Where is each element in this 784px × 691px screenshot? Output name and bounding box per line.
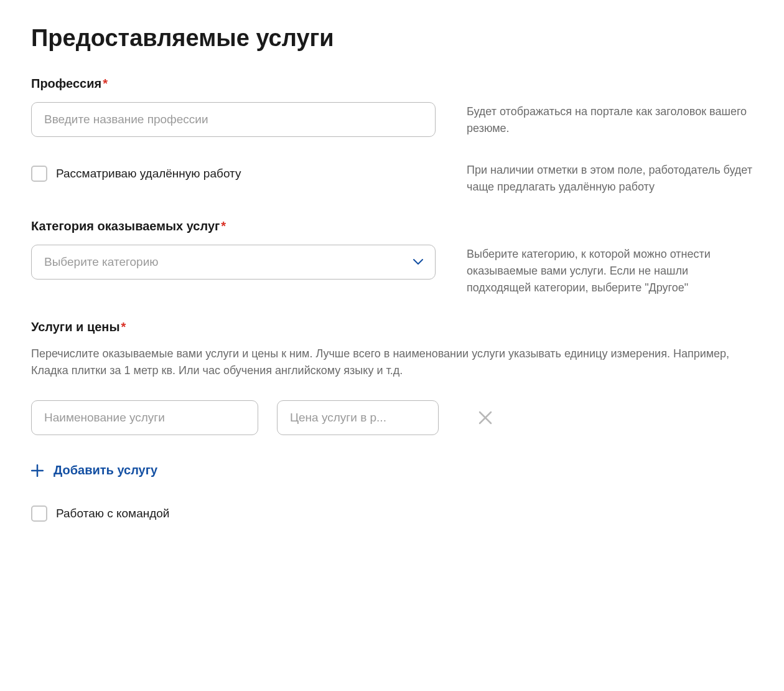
profession-section: Профессия* Будет отображаться на портале…: [31, 77, 753, 137]
services-label: Услуги и цены*: [31, 320, 753, 334]
required-indicator: *: [121, 320, 126, 334]
remote-checkbox[interactable]: [31, 166, 47, 182]
services-description: Перечислите оказываемые вами услуги и це…: [31, 346, 753, 379]
required-indicator: *: [103, 77, 108, 90]
profession-input[interactable]: [31, 102, 436, 137]
profession-hint: Будет отображаться на портале как заголо…: [467, 103, 753, 137]
category-label: Категория оказываемых услуг*: [31, 219, 753, 233]
team-checkbox-label[interactable]: Работаю с командой: [56, 507, 170, 520]
required-indicator: *: [221, 219, 226, 233]
remote-hint: При наличии отметки в этом поле, работод…: [467, 162, 753, 195]
team-section: Работаю с командой: [31, 505, 753, 522]
category-hint: Выберите категорию, к которой можно отне…: [467, 246, 753, 296]
add-service-button[interactable]: Добавить услугу: [31, 463, 157, 477]
service-row: [31, 400, 753, 435]
add-service-label: Добавить услугу: [54, 463, 157, 477]
service-price-input[interactable]: [277, 400, 439, 435]
plus-icon: [31, 464, 44, 477]
services-section: Услуги и цены* Перечислите оказываемые в…: [31, 320, 753, 477]
category-select[interactable]: Выберите категорию: [31, 245, 436, 280]
service-name-input[interactable]: [31, 400, 258, 435]
category-section: Категория оказываемых услуг* Выберите ка…: [31, 219, 753, 296]
remove-service-button[interactable]: [476, 408, 495, 427]
team-checkbox[interactable]: [31, 505, 47, 522]
remote-section: Рассматриваю удалённую работу При наличи…: [31, 161, 753, 195]
close-icon: [478, 411, 492, 425]
remote-checkbox-label[interactable]: Рассматриваю удалённую работу: [56, 167, 241, 181]
profession-label: Профессия*: [31, 77, 753, 91]
page-title: Предоставляемые услуги: [31, 25, 753, 52]
